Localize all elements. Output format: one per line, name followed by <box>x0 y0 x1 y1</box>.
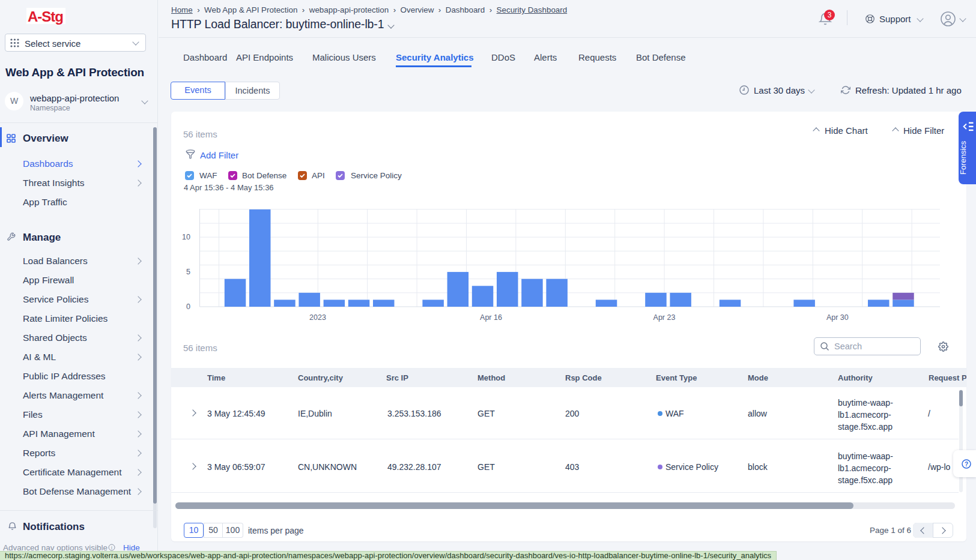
svg-text:Apr 30: Apr 30 <box>826 313 849 322</box>
svg-text:2023: 2023 <box>309 313 326 322</box>
svg-text:5: 5 <box>186 268 190 276</box>
svg-text:?: ? <box>965 461 968 468</box>
svg-text:10: 10 <box>182 233 190 241</box>
svg-text:0: 0 <box>186 303 190 311</box>
svg-text:i: i <box>111 545 112 550</box>
svg-text:Apr 16: Apr 16 <box>480 313 502 322</box>
svg-text:Apr 23: Apr 23 <box>653 313 676 322</box>
